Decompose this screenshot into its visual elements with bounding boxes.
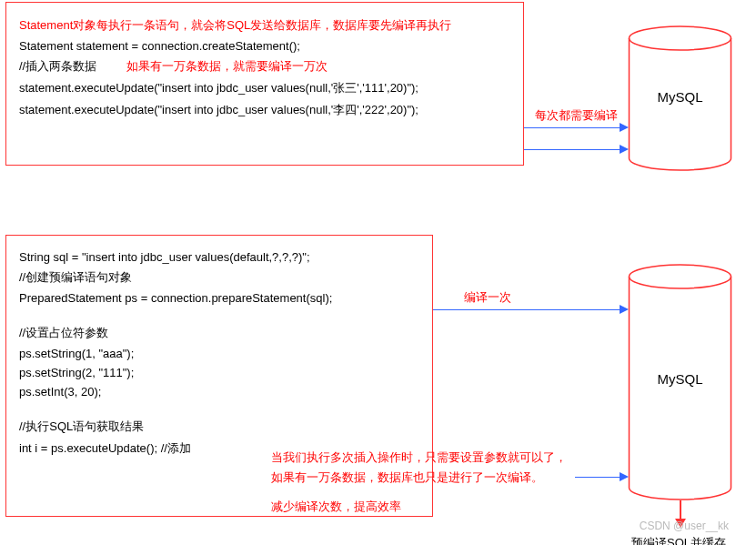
box2-line2: //创建预编译语句对象 (19, 269, 419, 286)
box2-line3: PreparedStatement ps = connection.prepar… (19, 291, 419, 305)
arrow2 (524, 149, 620, 150)
box2-line7: ps.setInt(3, 20); (19, 385, 419, 399)
note-compile-once: 编译一次 (464, 289, 511, 306)
note-multi-insert-1: 当我们执行多次插入操作时，只需要设置参数就可以了， (271, 449, 567, 466)
box1-line2: //插入两条数据 如果有一万条数据，就需要编译一万次 (19, 58, 510, 75)
bottom-partial-text: 预编译SQL并缓存 (631, 535, 726, 545)
box2-line4: //设置占位符参数 (19, 325, 419, 341)
box2-line6: ps.setString(2, "111"); (19, 366, 419, 379)
note-reduce-compile: 减少编译次数，提高效率 (271, 499, 401, 515)
note-multi-insert-2: 如果有一万条数据，数据库也只是进行了一次编译。 (271, 469, 543, 486)
box1-line1: Statement statement = connection.createS… (19, 39, 510, 53)
box1-line2a: //插入两条数据 (19, 59, 96, 73)
box1-title: Statement对象每执行一条语句，就会将SQL发送给数据库，数据库要先编译再… (19, 17, 510, 34)
box1-line4: statement.executeUpdate("insert into jdb… (19, 102, 510, 118)
box1-line3: statement.executeUpdate("insert into jbd… (19, 80, 510, 96)
arrow4 (575, 477, 620, 478)
arrow3 (433, 309, 620, 310)
box2-line5: ps.setString(1, "aaa"); (19, 347, 419, 360)
db-bottom-label: MySQL (628, 371, 732, 387)
watermark: CSDN @user__kk (640, 520, 729, 532)
db-top-label: MySQL (628, 89, 732, 105)
arrow1-head (620, 123, 629, 132)
box1-line2b: 如果有一万条数据，就需要编译一万次 (126, 59, 328, 73)
mysql-db-top: MySQL (628, 25, 732, 171)
box2-line8: //执行SQL语句获取结果 (19, 419, 419, 435)
arrow1 (524, 127, 620, 128)
statement-code-box: Statement对象每执行一条语句，就会将SQL发送给数据库，数据库要先编译再… (5, 2, 524, 166)
arrow4-head (620, 472, 629, 481)
note-compile-everytime: 每次都需要编译 (535, 107, 618, 124)
svg-point-1 (630, 265, 731, 288)
svg-point-0 (630, 26, 731, 50)
arrow2-head (620, 145, 629, 154)
mysql-db-bottom: MySQL (628, 264, 732, 500)
box2-line1: String sql = "insert into jdbc_user valu… (19, 250, 419, 264)
